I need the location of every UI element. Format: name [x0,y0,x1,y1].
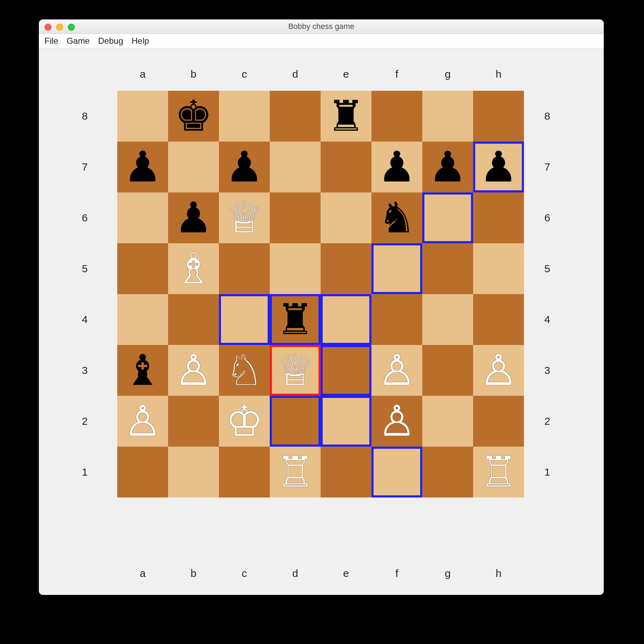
square-c8[interactable] [219,91,270,142]
black-pawn-icon[interactable]: ♟ [429,146,467,188]
square-a7[interactable]: ♟ [117,142,168,192]
square-h4[interactable] [473,294,524,345]
square-h5[interactable] [473,243,524,294]
menu-file[interactable]: File [44,36,58,46]
square-a5[interactable] [117,243,168,294]
square-f2[interactable]: ♙ [371,396,422,447]
file-label: f [371,68,422,80]
square-b6[interactable]: ♟ [168,192,219,243]
square-c2[interactable]: ♔ [219,396,270,447]
square-a6[interactable] [117,192,168,243]
square-d6[interactable] [270,192,321,243]
square-h7[interactable]: ♟ [473,142,524,192]
square-e6[interactable] [321,192,371,243]
white-bishop-icon[interactable]: ♗ [174,248,213,290]
white-pawn-icon[interactable]: ♙ [124,400,162,442]
square-b3[interactable]: ♙ [168,345,219,396]
square-b1[interactable] [168,447,219,497]
square-e8[interactable]: ♜ [321,91,371,142]
square-a8[interactable] [117,91,168,142]
square-g7[interactable]: ♟ [422,142,473,192]
square-b5[interactable]: ♗ [168,243,219,294]
square-f3[interactable]: ♙ [371,345,422,396]
square-d1[interactable]: ♖ [270,447,321,497]
square-e4[interactable] [321,294,371,345]
square-g3[interactable] [422,345,473,396]
black-pawn-icon[interactable]: ♟ [378,146,416,188]
square-h6[interactable] [473,192,524,243]
square-f7[interactable]: ♟ [371,142,422,192]
menubar: File Game Debug Help [39,34,604,48]
black-rook-icon[interactable]: ♜ [327,95,365,137]
square-b4[interactable] [168,294,219,345]
file-label: b [168,68,219,80]
square-c5[interactable] [219,243,270,294]
square-a2[interactable]: ♙ [117,396,168,447]
square-f8[interactable] [371,91,422,142]
white-rook-icon[interactable]: ♖ [479,451,518,493]
square-g5[interactable] [422,243,473,294]
square-d3[interactable]: ♕ [270,345,321,396]
black-knight-icon[interactable]: ♞ [378,197,416,239]
square-c6[interactable]: ♕ [219,192,270,243]
square-a3[interactable]: ♝ [117,345,168,396]
square-h1[interactable]: ♖ [473,447,524,497]
white-rook-icon[interactable]: ♖ [276,451,314,493]
square-g2[interactable] [422,396,473,447]
square-h3[interactable]: ♙ [473,345,524,396]
square-a1[interactable] [117,447,168,497]
white-pawn-icon[interactable]: ♙ [479,349,518,392]
square-g1[interactable] [422,447,473,497]
black-pawn-icon[interactable]: ♟ [479,146,518,188]
square-a4[interactable] [117,294,168,345]
square-f4[interactable] [371,294,422,345]
black-pawn-icon[interactable]: ♟ [174,197,213,239]
white-pawn-icon[interactable]: ♙ [378,400,416,442]
square-h8[interactable] [473,91,524,142]
white-queen-icon[interactable]: ♕ [276,349,314,392]
square-g4[interactable] [422,294,473,345]
square-d7[interactable] [270,142,321,192]
square-d8[interactable] [270,91,321,142]
white-queen-icon[interactable]: ♕ [225,197,263,239]
square-e3[interactable] [321,345,371,396]
square-e1[interactable] [321,447,371,497]
white-pawn-icon[interactable]: ♙ [378,349,416,392]
black-pawn-icon[interactable]: ♟ [124,146,162,188]
square-b7[interactable] [168,142,219,192]
black-bishop-icon[interactable]: ♝ [124,349,162,392]
zoom-icon[interactable] [68,24,75,31]
black-pawn-icon[interactable]: ♟ [225,146,263,188]
square-e5[interactable] [321,243,371,294]
white-king-icon[interactable]: ♔ [225,400,263,442]
black-rook-icon[interactable]: ♜ [276,298,314,341]
white-pawn-icon[interactable]: ♙ [174,349,213,392]
menu-debug[interactable]: Debug [98,36,123,46]
rank-label: 1 [540,447,554,497]
square-f5[interactable] [371,243,422,294]
chess-board[interactable]: ♚♜♟♟♟♟♟♟♕♞♗♜♝♙♘♕♙♙♙♔♙♖♖ [117,91,524,497]
white-knight-icon[interactable]: ♘ [225,349,263,392]
square-c1[interactable] [219,447,270,497]
square-c7[interactable]: ♟ [219,142,270,192]
square-c3[interactable]: ♘ [219,345,270,396]
square-d4[interactable]: ♜ [270,294,321,345]
square-d5[interactable] [270,243,321,294]
menu-game[interactable]: Game [67,36,90,46]
square-d2[interactable] [270,396,321,447]
square-f1[interactable] [371,447,422,497]
menu-help[interactable]: Help [132,36,149,46]
black-king-icon[interactable]: ♚ [174,95,213,137]
square-g6[interactable] [422,192,473,243]
square-f6[interactable]: ♞ [371,192,422,243]
square-g8[interactable] [422,91,473,142]
square-b2[interactable] [168,396,219,447]
square-b8[interactable]: ♚ [168,91,219,142]
square-h2[interactable] [473,396,524,447]
square-e7[interactable] [321,142,371,192]
square-e2[interactable] [321,396,371,447]
close-icon[interactable] [44,24,52,31]
file-label: d [270,68,321,80]
square-c4[interactable] [219,294,270,345]
minimize-icon[interactable] [56,24,63,31]
